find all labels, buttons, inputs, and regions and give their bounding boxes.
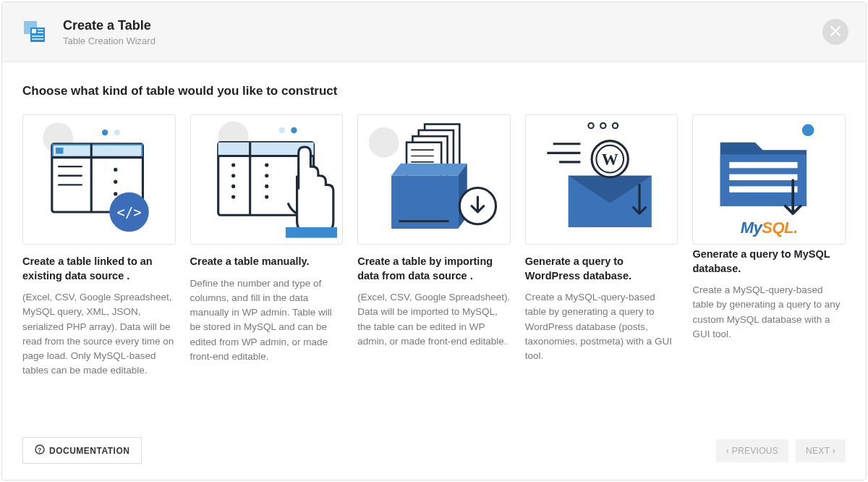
svg-point-52 [600,123,605,128]
svg-point-51 [588,123,593,128]
option-title: Create a table by importing data from da… [357,255,511,283]
wizard-container: Create a Table Table Creation Wizard Cho… [1,1,867,481]
svg-rect-5 [32,35,43,37]
svg-point-60 [802,124,814,137]
mysql-db-icon [693,115,844,244]
import-files-icon [358,115,509,244]
svg-point-35 [265,163,268,166]
option-description: Create a MySQL-query-based table by gene… [692,283,846,342]
page-subtitle: Table Creation Wizard [63,35,156,46]
svg-rect-4 [38,32,43,33]
option-description: (Excel, CSV, Google Spreadsheet, MySQL q… [22,290,176,379]
svg-point-40 [369,127,399,158]
svg-rect-62 [730,162,798,168]
svg-point-34 [231,195,235,198]
option-title: Create a table linked to an existing dat… [22,255,176,283]
option-description: Define the number and type of columns, a… [190,276,344,365]
documentation-button[interactable]: ? DOCUMENTATION [22,437,142,464]
prompt-heading: Choose what kind of table would you like… [22,84,846,98]
svg-text:W: W [602,150,618,169]
close-button[interactable] [822,19,848,45]
option-card-linked-source[interactable]: </> [22,114,176,245]
option-card-mysql-query[interactable] [692,114,846,245]
manual-edit-icon [191,115,342,244]
svg-text:</>: </> [117,205,142,220]
option-title: Generate a query to WordPress database. [525,255,678,283]
nav-buttons: ‹ PREVIOUS NEXT › [716,439,846,462]
close-icon [830,25,841,40]
option-card-manual[interactable] [190,114,344,245]
options-row: </> Create a table linked to an existing… [22,114,846,379]
help-icon: ? [35,444,45,457]
option-title: Create a table manually. [190,255,344,269]
wizard-body: Choose what kind of table would you like… [2,62,866,424]
chevron-left-icon: ‹ [726,446,729,456]
svg-point-9 [114,130,120,135]
svg-point-19 [114,168,117,172]
svg-point-20 [114,180,117,184]
option-linked-source: </> Create a table linked to an existing… [22,114,176,379]
svg-point-36 [265,174,268,177]
wizard-header: Create a Table Table Creation Wizard [2,2,866,62]
svg-point-21 [114,192,117,195]
previous-label: PREVIOUS [732,446,778,456]
svg-point-25 [278,127,284,133]
option-import: Create a table by importing data from da… [357,114,511,379]
next-label: NEXT [806,446,830,456]
chevron-right-icon: › [833,446,835,456]
svg-point-32 [231,174,235,177]
svg-point-53 [613,123,618,128]
linked-table-icon: </> [23,115,174,244]
svg-rect-3 [38,29,43,30]
documentation-label: DOCUMENTATION [49,446,129,456]
svg-point-33 [231,185,235,188]
svg-text:?: ? [38,447,42,454]
wordpress-db-icon: W [526,115,677,244]
option-wp-query: W Generate a query to WordPress database… [525,114,678,379]
svg-point-31 [231,163,235,166]
svg-rect-12 [54,145,141,156]
option-card-wp-query[interactable]: W [525,114,678,245]
option-description: Create a MySQL-query-based table by gene… [525,290,678,363]
svg-rect-13 [56,148,63,153]
svg-rect-64 [730,186,798,192]
option-description: (Excel, CSV, Google Spreadsheet). Data w… [357,290,511,349]
option-manual: Create a table manually. Define the numb… [190,114,344,379]
option-card-import[interactable] [357,114,511,245]
table-icon [20,17,50,47]
svg-rect-39 [286,227,337,238]
next-button[interactable]: NEXT › [796,439,846,462]
option-title: Generate a query to MySQL database. [692,248,846,276]
svg-rect-2 [32,29,36,33]
svg-point-38 [265,195,268,198]
svg-point-37 [265,185,268,188]
wizard-footer: ? DOCUMENTATION ‹ PREVIOUS NEXT › [2,424,866,480]
previous-button[interactable]: ‹ PREVIOUS [716,439,788,462]
svg-point-26 [291,127,297,133]
page-title: Create a Table [63,17,156,34]
svg-rect-6 [32,38,43,40]
header-text: Create a Table Table Creation Wizard [63,17,156,46]
option-mysql-query: MySQL. Generate a query to MySQL databas… [692,114,846,379]
svg-point-8 [102,130,108,135]
svg-rect-63 [730,174,798,180]
